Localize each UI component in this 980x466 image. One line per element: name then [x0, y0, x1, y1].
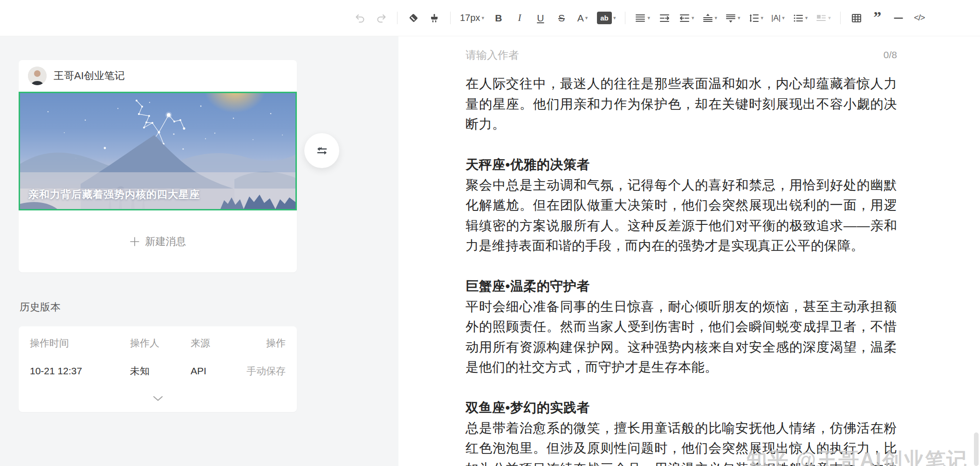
history-column-header: 操作	[247, 337, 286, 350]
format-painter-button[interactable]	[426, 9, 442, 27]
letter-spacing-icon: |A|	[771, 14, 781, 23]
history-column-header: 操作时间	[30, 337, 130, 350]
font-color-dropdown[interactable]: A ▾	[575, 9, 590, 27]
section-paragraph: 在人际交往中，最迷人的往往是那些表面温和如水，内心却蕴藏着惊人力量的星座。他们用…	[466, 74, 897, 135]
redo-icon	[376, 13, 387, 24]
italic-button[interactable]: I	[512, 9, 528, 27]
expand-history-button[interactable]	[19, 385, 297, 412]
bullet-list-icon	[793, 13, 804, 24]
chevron-down-icon: ▾	[613, 15, 616, 20]
outdent-dropdown[interactable]: ▾	[678, 9, 696, 27]
undo-icon	[355, 13, 366, 24]
avatar	[28, 67, 47, 85]
chevron-down-icon: ▾	[692, 15, 694, 20]
code-block-button[interactable]: </>	[911, 9, 927, 27]
strikethrough-icon: S	[558, 13, 565, 23]
editor-scrollbar[interactable]	[974, 432, 979, 466]
horizontal-rule-button[interactable]	[891, 9, 906, 27]
section-heading: 双鱼座•梦幻的实践者	[466, 398, 897, 418]
sidebar: 王哥AI创业笔记	[0, 36, 398, 466]
space-after-dropdown[interactable]: ▾	[724, 9, 742, 27]
history-source: API	[191, 365, 247, 377]
section-paragraph: 平时会细心准备同事的生日惊喜，耐心倾听朋友的烦恼，甚至主动承担额外的照顾责任。然…	[466, 297, 897, 378]
app-window: 17px ▾ B I U S A ▾ ab ▾ ▾ ▾ ▾	[0, 0, 980, 466]
table-icon	[851, 13, 862, 24]
clear-format-button[interactable]	[405, 9, 421, 27]
history-time: 10-21 12:37	[30, 365, 130, 377]
letter-spacing-dropdown[interactable]: |A| ▾	[770, 9, 786, 27]
font-color-icon: A	[577, 13, 584, 23]
italic-icon: I	[518, 13, 521, 23]
horizontal-rule-icon	[893, 13, 904, 24]
outdent-icon	[679, 13, 690, 24]
watermark: 知乎 @王哥AI创业笔记	[747, 446, 968, 466]
chevron-down-icon: ▾	[647, 15, 650, 20]
history-card: 操作时间操作人来源操作 10-21 12:37未知API手动保存	[19, 326, 297, 412]
account-row: 王哥AI创业笔记	[19, 60, 297, 92]
swap-cover-button[interactable]	[304, 133, 339, 168]
redo-button[interactable]	[373, 9, 389, 27]
chevron-down-icon: ▾	[761, 15, 764, 20]
list-dropdown[interactable]: ▾	[791, 9, 809, 27]
chevron-down-icon: ▾	[738, 15, 740, 20]
editor-canvas[interactable]: 请输入作者 0/8 在人际交往中，最迷人的往往是那些表面温和如水，内心却蕴藏着惊…	[398, 36, 980, 466]
cover-caption: 亲和力背后藏着强势内核的四大星座	[28, 188, 200, 202]
plus-icon	[130, 236, 140, 247]
section-paragraph: 聚会中总是主动调和气氛，记得每个人的喜好和禁忌，用恰到好处的幽默化解尴尬。但在团…	[466, 175, 897, 256]
history-table-row: 10-21 12:37未知API手动保存	[30, 357, 286, 385]
space-after-icon	[725, 13, 736, 24]
history-title: 历史版本	[20, 300, 398, 314]
history-action-link[interactable]: 手动保存	[247, 365, 286, 378]
history-column-header: 来源	[191, 337, 247, 350]
insert-table-button[interactable]	[849, 9, 864, 27]
quote-icon: ”	[873, 14, 881, 22]
blockquote-button[interactable]: ”	[870, 9, 885, 27]
highlight-icon: ab	[597, 12, 612, 24]
history-column-header: 操作人	[130, 337, 191, 350]
bold-button[interactable]: B	[491, 9, 507, 27]
chevron-down-icon: ▾	[828, 15, 831, 20]
brush-icon	[429, 13, 440, 24]
section-heading: 天秤座•优雅的决策者	[466, 155, 897, 175]
new-message-button[interactable]: 新建消息	[19, 210, 297, 272]
font-size-value: 17px	[460, 13, 480, 23]
image-position-icon	[816, 13, 827, 24]
strikethrough-button[interactable]: S	[554, 9, 569, 27]
chevron-down-icon: ▾	[585, 15, 588, 20]
line-height-dropdown[interactable]: ▾	[747, 9, 765, 27]
underline-icon: U	[537, 13, 544, 23]
swap-arrows-icon	[315, 145, 329, 157]
chevron-down-icon: ▾	[481, 15, 484, 20]
cover-image[interactable]: 亲和力背后藏着强势内核的四大星座	[19, 92, 297, 210]
align-dropdown[interactable]: ▾	[633, 9, 651, 27]
align-justify-icon	[635, 13, 646, 24]
underline-button[interactable]: U	[533, 9, 548, 27]
toolbar-divider	[397, 12, 397, 24]
new-message-label: 新建消息	[145, 235, 186, 249]
indent-icon	[659, 13, 670, 24]
line-height-icon	[748, 13, 760, 24]
font-size-dropdown[interactable]: 17px ▾	[459, 9, 486, 27]
document-body[interactable]: 在人际交往中，最迷人的往往是那些表面温和如水，内心却蕴藏着惊人力量的星座。他们用…	[466, 74, 897, 466]
highlight-color-dropdown[interactable]: ab ▾	[596, 9, 617, 27]
author-counter: 0/8	[884, 49, 897, 61]
editor-toolbar: 17px ▾ B I U S A ▾ ab ▾ ▾ ▾ ▾	[0, 0, 980, 36]
section-heading: 巨蟹座•温柔的守护者	[466, 276, 897, 297]
image-position-dropdown[interactable]: ▾	[814, 9, 832, 27]
chevron-down-icon: ▾	[782, 15, 785, 20]
history-operator: 未知	[130, 365, 191, 378]
indent-button[interactable]	[657, 9, 672, 27]
eraser-icon	[408, 13, 419, 24]
toolbar-divider	[450, 12, 451, 24]
account-name: 王哥AI创业笔记	[54, 69, 125, 83]
history-table: 操作时间操作人来源操作 10-21 12:37未知API手动保存	[19, 329, 297, 385]
author-input[interactable]: 请输入作者	[466, 48, 519, 62]
toolbar-divider	[840, 12, 841, 24]
bold-icon: B	[495, 13, 502, 23]
undo-button[interactable]	[352, 9, 368, 27]
space-before-icon	[702, 13, 713, 24]
main-content: 王哥AI创业笔记	[0, 36, 980, 466]
space-before-dropdown[interactable]: ▾	[701, 9, 719, 27]
chevron-down-icon: ▾	[805, 15, 808, 20]
code-icon: </>	[914, 13, 925, 23]
